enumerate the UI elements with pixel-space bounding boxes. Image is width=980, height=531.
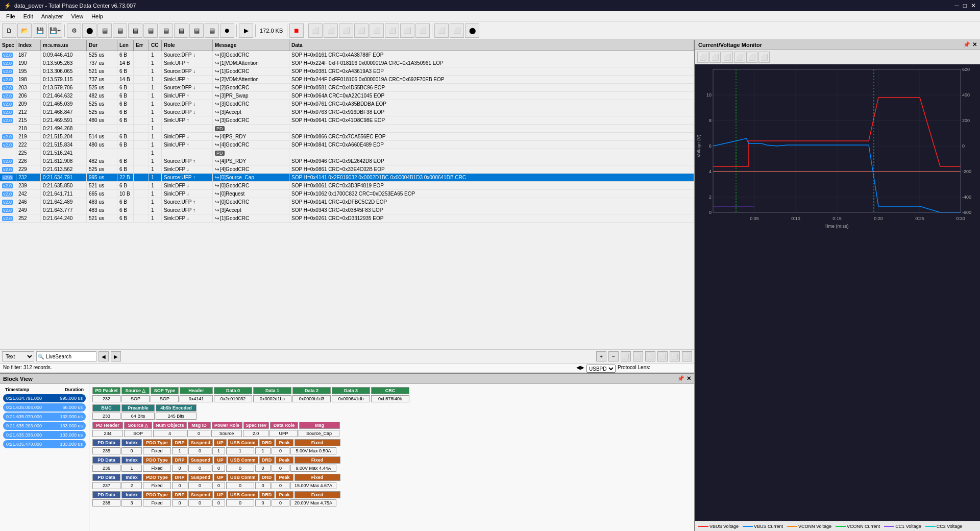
menu-analyzer[interactable]: Analyzer xyxy=(37,12,67,20)
maximize-button[interactable]: □ xyxy=(963,2,967,9)
table-row[interactable]: v2.0 209 0:21.465.039 525 us 6 B 1 Sourc… xyxy=(0,100,694,108)
filter-btn5[interactable]: ⬜ xyxy=(670,351,680,361)
table-row[interactable]: v2.0 232 0:21.634.791 995 us 22 B 1 Sour… xyxy=(0,174,694,182)
col-header-dur[interactable]: Dur xyxy=(87,40,117,51)
export-btn6[interactable]: ⬜ xyxy=(385,23,399,38)
config-btn5[interactable]: ▤ xyxy=(159,23,173,38)
voltage-monitor-pin-button[interactable]: 📌 xyxy=(963,41,970,48)
table-row[interactable]: v2.0 229 0:21.613.562 525 us 6 B 1 Sink:… xyxy=(0,165,694,174)
search-input[interactable] xyxy=(45,352,96,361)
volt-tb-btn2[interactable]: ⬜ xyxy=(709,52,721,63)
col-header-len[interactable]: Len xyxy=(117,40,134,51)
capture-button[interactable]: ⬤ xyxy=(82,23,96,38)
col-header-index[interactable]: Index xyxy=(16,40,41,51)
col-header-cc[interactable]: CC xyxy=(149,40,162,51)
config-btn7[interactable]: ▤ xyxy=(189,23,204,38)
config-btn3[interactable]: ▤ xyxy=(128,23,142,38)
table-row[interactable]: v2.0 212 0:21.468.847 525 us 6 B 1 Sourc… xyxy=(0,108,694,116)
col-header-msg[interactable]: Message xyxy=(213,40,289,51)
table-row[interactable]: v2.0 187 0:09.446.410 525 us 6 B 1 Sourc… xyxy=(0,51,694,59)
col-header-err[interactable]: Err xyxy=(134,40,149,51)
volt-tb-btn3[interactable]: ⬜ xyxy=(722,52,733,63)
table-row[interactable]: v2.0 239 0:21.635.850 521 us 6 B 1 Sink:… xyxy=(0,182,694,190)
table-row[interactable]: v2.0 219 0:21.515.204 514 us 6 B 1 Sink:… xyxy=(0,133,694,141)
record-button[interactable]: ⏺ xyxy=(220,23,234,38)
close-button[interactable]: ✕ xyxy=(971,2,976,9)
volt-tb-btn5[interactable]: ⬜ xyxy=(746,52,757,63)
config-btn8[interactable]: ▤ xyxy=(205,23,219,38)
window-controls[interactable]: ─ □ ✕ xyxy=(954,2,976,9)
table-row[interactable]: 225 0:21.516.241 1 PD xyxy=(0,149,694,157)
table-row[interactable]: v2.0 203 0:13.579.706 525 us 6 B 1 Sourc… xyxy=(0,84,694,92)
export-btn7[interactable]: ⬜ xyxy=(400,23,414,38)
search-next-button[interactable]: ▶ xyxy=(111,351,121,361)
save-as-button[interactable]: 💾+ xyxy=(48,23,62,38)
block-view-pin-button[interactable]: 📌 xyxy=(677,375,684,382)
table-row[interactable]: v2.0 195 0:13.306.065 521 us 6 B 1 Sourc… xyxy=(0,67,694,76)
table-row[interactable]: v2.0 252 0:21.644.240 521 us 6 B 1 Sink:… xyxy=(0,214,694,223)
export-btn1[interactable]: ⬜ xyxy=(308,23,323,38)
filter-btn4[interactable]: ⬜ xyxy=(657,351,668,361)
volt-tb-btn4[interactable]: ⬜ xyxy=(734,52,745,63)
table-row[interactable]: v2.0 242 0:21.641.711 665 us 10 B 1 Sink… xyxy=(0,190,694,198)
filter-btn1[interactable]: ⬜ xyxy=(621,351,631,361)
search-prev-button[interactable]: ◀ xyxy=(99,351,109,361)
filter-btn6[interactable]: ⬜ xyxy=(682,351,692,361)
settings-button[interactable]: ⚙ xyxy=(67,23,81,38)
save-button[interactable]: 💾 xyxy=(33,23,47,38)
stop-button[interactable]: ⏹ xyxy=(289,23,304,38)
import-btn2[interactable]: ⬜ xyxy=(450,23,464,38)
menu-file[interactable]: File xyxy=(2,12,19,20)
block-timestamp-item[interactable]: 0:21.635.070.000133.000 us xyxy=(3,413,86,421)
protocol-lens-arrows[interactable]: ◀▶ xyxy=(576,365,584,370)
block-view-close-button[interactable]: ✕ xyxy=(687,375,691,382)
block-timestamp-list[interactable]: 0:21.634.791.000995,000 us0:21.635.004.0… xyxy=(3,394,86,449)
table-row[interactable]: v2.0 226 0:21.612.908 482 us 6 B 1 Sourc… xyxy=(0,157,694,165)
voltage-monitor-close-button[interactable]: ✕ xyxy=(972,41,977,48)
export-btn2[interactable]: ⬜ xyxy=(324,23,338,38)
block-timestamp-item[interactable]: 0:21.635.336.000133.000 us xyxy=(3,431,86,439)
volt-tb-btn6[interactable]: ⬜ xyxy=(758,52,770,63)
export-btn8[interactable]: ⬜ xyxy=(415,23,430,38)
add-filter-button[interactable]: + xyxy=(596,351,606,361)
table-row[interactable]: v2.0 249 0:21.643.777 483 us 6 B 1 Sourc… xyxy=(0,206,694,214)
export-btn4[interactable]: ⬜ xyxy=(354,23,369,38)
volt-tb-btn1[interactable]: ⬜ xyxy=(697,52,708,63)
menu-edit[interactable]: Edit xyxy=(19,12,37,20)
menu-view[interactable]: View xyxy=(67,12,88,20)
col-header-role[interactable]: Role xyxy=(162,40,213,51)
search-type-select[interactable]: Text Hex Decimal xyxy=(2,351,34,361)
col-header-time[interactable]: m:s.ms.us xyxy=(41,40,87,51)
block-timestamp-item[interactable]: 0:21.635.203.000133.000 us xyxy=(3,422,86,430)
config-btn2[interactable]: ▤ xyxy=(113,23,127,38)
table-row[interactable]: v2.0 222 0:21.515.834 480 us 6 B 1 Sink:… xyxy=(0,141,694,149)
block-timestamp-item[interactable]: 0:21.635.004.00066.000 us xyxy=(3,403,86,412)
protocol-lens-select[interactable]: USBPD xyxy=(586,365,616,373)
table-row[interactable]: 218 0:21.494.268 1 PD xyxy=(0,125,694,133)
new-button[interactable]: 🗋 xyxy=(2,23,16,38)
filter-btn2[interactable]: ⬜ xyxy=(633,351,643,361)
col-header-spec[interactable]: Spec xyxy=(0,40,16,51)
filter-btn3[interactable]: ⬜ xyxy=(645,351,655,361)
menu-help[interactable]: Help xyxy=(87,12,107,20)
table-row[interactable]: v2.0 215 0:21.469.591 480 us 6 B 1 Sink:… xyxy=(0,116,694,125)
config-btn1[interactable]: ▤ xyxy=(97,23,112,38)
block-timestamp-item[interactable]: 0:21.635.470.000133.000 us xyxy=(3,440,86,448)
open-button[interactable]: 📂 xyxy=(17,23,32,38)
capture-start-btn[interactable]: ⬤ xyxy=(465,23,479,38)
minimize-button[interactable]: ─ xyxy=(954,2,959,9)
table-body[interactable]: v2.0 187 0:09.446.410 525 us 6 B 1 Sourc… xyxy=(0,51,694,349)
config-btn4[interactable]: ▤ xyxy=(143,23,158,38)
table-row[interactable]: v2.0 190 0:13.505.263 737 us 14 B 1 Sink… xyxy=(0,59,694,67)
table-row[interactable]: v2.0 206 0:21.464.632 482 us 6 B 1 Sink:… xyxy=(0,92,694,100)
export-btn3[interactable]: ⬜ xyxy=(339,23,353,38)
config-btn6[interactable]: ▤ xyxy=(174,23,188,38)
table-row[interactable]: v2.0 246 0:21.642.489 483 us 6 B 1 Sourc… xyxy=(0,198,694,206)
export-btn5[interactable]: ⬜ xyxy=(370,23,384,38)
remove-filter-button[interactable]: − xyxy=(608,351,619,361)
col-header-data[interactable]: Data xyxy=(289,40,694,51)
play-button[interactable]: ▶ xyxy=(239,23,253,38)
block-timestamp-item[interactable]: 0:21.634.791.000995,000 us xyxy=(3,394,86,402)
table-row[interactable]: v2.0 198 0:13.579.115 737 us 14 B 1 Sink… xyxy=(0,76,694,84)
import-btn1[interactable]: ⬜ xyxy=(434,23,449,38)
